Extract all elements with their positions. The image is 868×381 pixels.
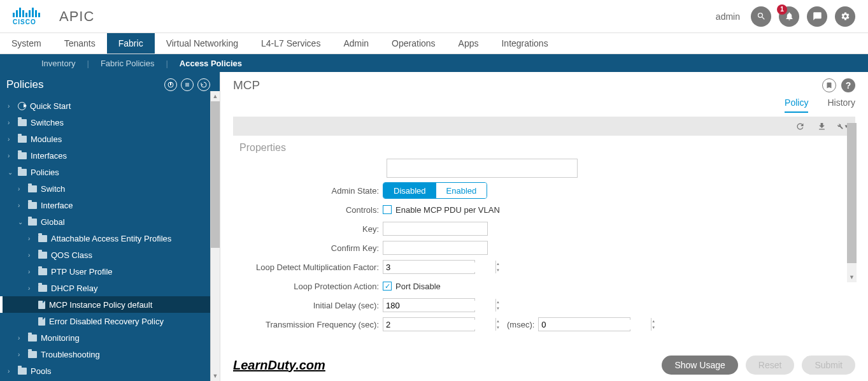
cisco-text: CISCO (13, 18, 40, 25)
label-admin-state: Admin State: (239, 186, 383, 196)
confirm-key-input[interactable] (383, 241, 488, 255)
tree-monitoring[interactable]: ›Monitoring (0, 329, 210, 346)
description-field[interactable] (387, 159, 578, 178)
tab-policy[interactable]: Policy (785, 97, 808, 113)
chevron-down-icon[interactable]: ▼ (651, 324, 655, 331)
controls-checkbox[interactable] (383, 205, 392, 214)
tree-interface[interactable]: ›Interface (0, 197, 210, 213)
chevron-down-icon[interactable]: ▼ (496, 267, 500, 273)
show-usage-button[interactable]: Show Usage (662, 356, 737, 375)
folder-icon (18, 119, 27, 126)
loop-action-checkbox-label: Port Disable (395, 282, 441, 291)
content-toolbar: ▼ (233, 117, 855, 136)
subnav-inventory[interactable]: Inventory (41, 59, 75, 68)
nav-secondary: Inventory | Fabric Policies | Access Pol… (0, 54, 868, 72)
initial-delay-input[interactable]: ▲▼ (383, 298, 475, 312)
reset-button[interactable]: Reset (746, 356, 795, 375)
search-icon[interactable] (751, 6, 771, 27)
sidebar-scrollbar[interactable]: ▲ ▼ (210, 91, 220, 381)
sidebar-title: Policies (6, 78, 44, 91)
nav-admin[interactable]: Admin (332, 33, 380, 54)
chevron-up-icon[interactable]: ▲ (496, 299, 500, 305)
target-icon (18, 102, 26, 110)
tree-mcp-instance[interactable]: MCP Instance Policy default (0, 296, 210, 313)
admin-state-toggle[interactable]: Disabled Enabled (383, 182, 487, 199)
tree-interfaces[interactable]: ›Interfaces (0, 147, 210, 164)
subnav-fabric-policies[interactable]: Fabric Policies (101, 59, 155, 68)
app-title: APIC (59, 8, 94, 25)
tree-global[interactable]: ⌄Global (0, 213, 210, 230)
tree-switch[interactable]: ›Switch (0, 180, 210, 197)
tool-icon-3[interactable] (197, 78, 210, 91)
svg-rect-0 (170, 82, 171, 85)
tx-freq-msec-input[interactable]: ▲▼ (538, 317, 630, 331)
folder-icon (18, 368, 27, 375)
folder-icon (38, 268, 47, 275)
refresh-icon[interactable] (794, 120, 806, 132)
username-label[interactable]: admin (716, 11, 740, 22)
tree-ptp[interactable]: ›PTP User Profile (0, 263, 210, 280)
folder-icon (38, 252, 47, 259)
toggle-disabled[interactable]: Disabled (383, 183, 436, 198)
tab-history[interactable]: History (827, 97, 855, 113)
tool-icon-1[interactable] (164, 78, 177, 91)
help-icon[interactable]: ? (841, 78, 855, 92)
tree-switches[interactable]: ›Switches (0, 114, 210, 131)
tree-dhcp[interactable]: ›DHCP Relay (0, 280, 210, 296)
nav-system[interactable]: System (0, 33, 53, 54)
loop-action-checkbox[interactable]: ✓ (383, 282, 392, 291)
gear-icon[interactable] (835, 6, 855, 27)
chevron-up-icon[interactable]: ▲ (496, 261, 500, 267)
chevron-up-icon[interactable]: ▲ (496, 318, 500, 324)
tree-qos[interactable]: ›QOS Class (0, 247, 210, 263)
nav-tree: ›Quick Start ›Switches ›Modules ›Interfa… (0, 97, 220, 379)
key-input[interactable] (383, 222, 488, 236)
tree-error-disabled[interactable]: Error Disabled Recovery Policy (0, 313, 210, 329)
page-title: MCP (233, 78, 260, 92)
folder-icon (28, 334, 37, 341)
tree-modules[interactable]: ›Modules (0, 131, 210, 147)
submit-button[interactable]: Submit (802, 356, 855, 375)
content-panel: MCP ? Policy History ▼ Properties Admin … (220, 72, 868, 381)
folder-icon (38, 285, 47, 292)
content-scrollbar[interactable]: ▲ ▼ (847, 123, 857, 282)
label-loop-mult: Loop Detect Multiplication Factor: (239, 262, 383, 272)
tool-icon-2[interactable] (181, 78, 194, 91)
tree-quick-start[interactable]: ›Quick Start (0, 97, 210, 114)
nav-apps[interactable]: Apps (447, 33, 490, 54)
folder-icon (38, 235, 47, 242)
sidebar: Policies ›Quick Start ›Switches ›Modules… (0, 72, 220, 381)
folder-icon (28, 202, 37, 209)
notification-badge: 1 (777, 4, 787, 15)
nav-virtual-networking[interactable]: Virtual Networking (155, 33, 250, 54)
tree-pools[interactable]: ›Pools (0, 363, 210, 379)
watermark: LearnDuty.com (233, 358, 325, 373)
download-icon[interactable] (816, 120, 827, 132)
folder-icon (28, 185, 37, 192)
tabs-row: Policy History (220, 92, 868, 113)
chevron-up-icon[interactable]: ▲ (651, 318, 655, 324)
chevron-down-icon[interactable]: ▼ (496, 305, 500, 312)
toggle-enabled[interactable]: Enabled (436, 183, 487, 198)
nav-l4l7[interactable]: L4-L7 Services (250, 33, 332, 54)
tree-aaep[interactable]: ›Attachable Access Entity Profiles (0, 230, 210, 247)
feedback-icon[interactable] (807, 6, 827, 27)
nav-integrations[interactable]: Integrations (490, 33, 559, 54)
nav-tenants[interactable]: Tenants (53, 33, 107, 54)
tree-policies[interactable]: ⌄Policies (0, 164, 210, 180)
chevron-down-icon[interactable]: ▼ (496, 324, 500, 331)
bookmark-icon[interactable] (822, 78, 836, 92)
bell-icon[interactable]: 1 (779, 6, 799, 27)
subnav-access-policies[interactable]: Access Policies (180, 59, 242, 68)
folder-icon (18, 152, 27, 159)
tx-freq-sec-input[interactable]: ▲▼ (383, 317, 475, 331)
app-header: CISCO APIC admin 1 (0, 0, 868, 33)
nav-operations[interactable]: Operations (380, 33, 446, 54)
label-key: Key: (239, 224, 383, 234)
tree-troubleshooting[interactable]: ›Troubleshooting (0, 346, 210, 363)
nav-fabric[interactable]: Fabric (107, 33, 155, 54)
label-initial-delay: Initial Delay (sec): (239, 301, 383, 310)
loop-mult-input[interactable]: ▲▼ (383, 260, 475, 274)
file-icon (38, 301, 45, 309)
label-confirm-key: Confirm Key: (239, 243, 383, 253)
